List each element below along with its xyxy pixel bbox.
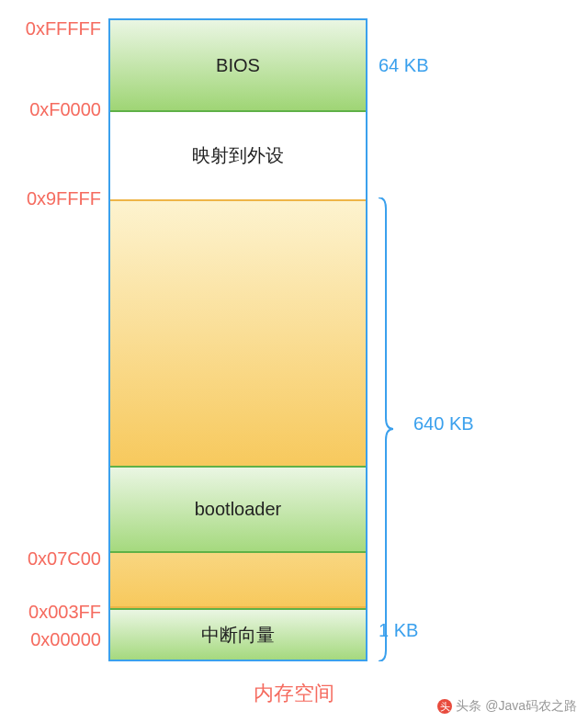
segment-bios: BIOS: [110, 20, 366, 112]
address-boot-base: 0x07C00: [28, 548, 101, 570]
size-usable: 640 KB: [413, 413, 474, 434]
watermark: 头 头条 @Java码农之路: [437, 698, 577, 715]
watermark-icon: 头: [437, 699, 452, 714]
size-bios: 64 KB: [379, 55, 428, 76]
segment-bootloader-label: bootloader: [195, 499, 282, 520]
segment-bios-label: BIOS: [216, 55, 260, 76]
segment-bootloader: bootloader: [110, 466, 366, 553]
segment-interrupt-vector: 中断向量: [110, 608, 366, 660]
bracket-640kb: [377, 197, 395, 661]
segment-low-gap: [110, 553, 366, 608]
watermark-text: 头条 @Java码农之路: [456, 698, 577, 715]
segment-ivt-label: 中断向量: [201, 623, 275, 648]
segment-peripherals-label: 映射到外设: [192, 143, 284, 168]
address-top: 0xFFFFF: [26, 18, 101, 39]
address-bottom: 0x00000: [30, 629, 101, 650]
memory-map-diagram: BIOS 映射到外设 bootloader 中断向量: [108, 18, 368, 661]
address-bios-base: 0xF0000: [29, 99, 101, 120]
address-ivt-top: 0x003FF: [28, 602, 101, 623]
segment-usable-memory: [110, 199, 366, 466]
segment-peripherals: 映射到外设: [110, 112, 366, 199]
address-usable-top: 0x9FFFF: [27, 188, 101, 209]
